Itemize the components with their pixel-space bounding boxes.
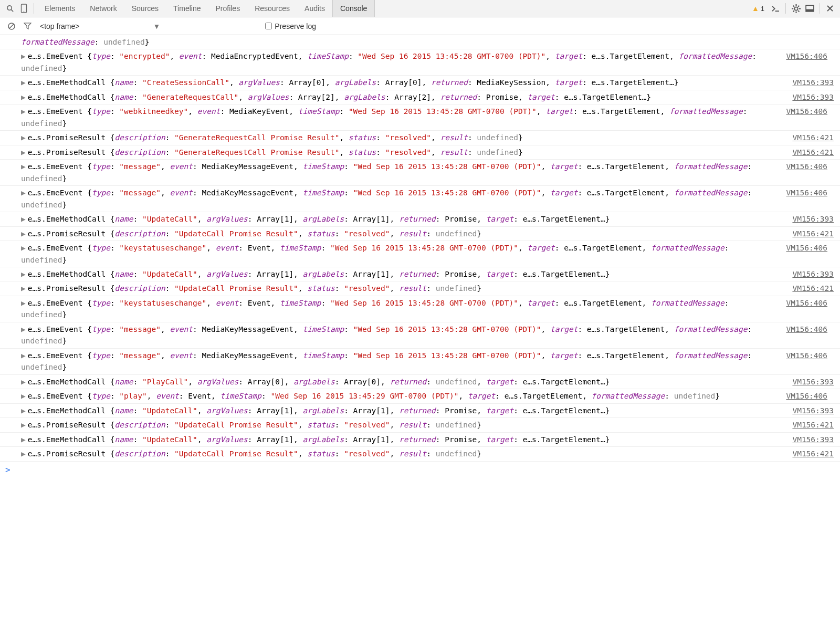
source-link[interactable]: VM156:406: [786, 50, 827, 62]
expand-icon[interactable]: ▶: [21, 351, 26, 360]
console-entry: VM156:393▶e…s.EmeMethodCall {name: "Crea…: [0, 76, 840, 90]
source-link[interactable]: VM156:421: [792, 283, 834, 294]
expand-icon[interactable]: ▶: [21, 93, 26, 101]
source-link[interactable]: VM156:406: [786, 323, 827, 335]
frame-selector[interactable]: <top frame> ▼: [40, 22, 160, 30]
console-message: ▶e…s.EmeEvent {type: "message", event: M…: [14, 350, 840, 373]
expand-icon[interactable]: ▶: [21, 133, 26, 142]
expand-icon[interactable]: ▶: [21, 162, 26, 171]
source-link[interactable]: VM156:421: [792, 419, 834, 431]
expand-icon[interactable]: ▶: [21, 78, 26, 87]
console-message: ▶e…s.EmeMethodCall {name: "UpdateCall", …: [14, 434, 840, 445]
expand-icon[interactable]: ▶: [21, 299, 26, 307]
clear-console-icon[interactable]: [5, 20, 18, 33]
console-entry: VM156:421▶e…s.PromiseResult {description…: [0, 418, 840, 432]
tab-elements[interactable]: Elements: [37, 0, 82, 17]
console-message: ▶e…s.EmeEvent {type: "keystatuseschange"…: [14, 297, 840, 321]
gear-icon[interactable]: [789, 0, 803, 17]
source-link[interactable]: VM156:393: [792, 213, 834, 225]
source-link[interactable]: VM156:393: [792, 434, 834, 445]
expand-icon[interactable]: ▶: [21, 325, 26, 333]
console-entry: VM156:421▶e…s.PromiseResult {description…: [0, 227, 840, 241]
console-prompt[interactable]: >: [0, 462, 840, 479]
warning-icon: ▲: [752, 4, 759, 13]
source-link[interactable]: VM156:421: [792, 132, 834, 143]
source-link[interactable]: VM156:406: [786, 297, 827, 309]
tab-resources[interactable]: Resources: [247, 0, 297, 17]
console-entry: VM156:406▶e…s.EmeEvent {type: "message",…: [0, 322, 840, 349]
console-message: ▶e…s.EmeMethodCall {name: "PlayCall", ar…: [14, 376, 840, 388]
dock-icon[interactable]: [803, 0, 816, 17]
svg-line-19: [9, 24, 14, 28]
console-entry: VM156:393▶e…s.EmeMethodCall {name: "Upda…: [0, 267, 840, 281]
source-link[interactable]: VM156:406: [786, 242, 827, 254]
tab-audits[interactable]: Audits: [297, 0, 332, 17]
source-link[interactable]: VM156:406: [786, 161, 827, 172]
source-link[interactable]: VM156:406: [786, 350, 827, 361]
source-link[interactable]: VM156:421: [792, 147, 834, 158]
console-message: ▶e…s.EmeMethodCall {name: "UpdateCall", …: [14, 405, 840, 416]
expand-icon[interactable]: ▶: [21, 215, 26, 223]
expand-icon[interactable]: ▶: [21, 421, 26, 429]
source-link[interactable]: VM156:393: [792, 91, 834, 103]
source-link[interactable]: VM156:406: [786, 390, 827, 402]
expand-icon[interactable]: ▶: [21, 229, 26, 238]
tab-timeline[interactable]: Timeline: [166, 0, 208, 17]
svg-line-13: [798, 5, 799, 6]
expand-icon[interactable]: ▶: [21, 378, 26, 386]
console-entry: formattedMessage: undefined}: [0, 35, 840, 49]
source-link[interactable]: VM156:406: [786, 187, 827, 198]
source-link[interactable]: VM156:421: [792, 448, 834, 459]
tab-network[interactable]: Network: [82, 0, 124, 17]
console-message: ▶e…s.EmeEvent {type: "message", event: M…: [14, 161, 840, 184]
expand-icon[interactable]: ▶: [21, 450, 26, 458]
source-link[interactable]: VM156:421: [792, 228, 834, 239]
separator: [785, 3, 786, 14]
warning-badge[interactable]: ▲ 1: [752, 4, 764, 13]
devtools-topbar: ElementsNetworkSourcesTimelineProfilesRe…: [0, 0, 840, 17]
source-link[interactable]: VM156:406: [786, 106, 827, 117]
svg-line-11: [798, 11, 799, 12]
tab-console[interactable]: Console: [332, 0, 375, 17]
console-entry: VM156:421▶e…s.PromiseResult {description…: [0, 447, 840, 461]
device-icon[interactable]: [17, 0, 30, 17]
expand-icon[interactable]: ▶: [21, 392, 26, 400]
preserve-log-checkbox[interactable]: Preserve log: [265, 22, 316, 30]
expand-icon[interactable]: ▶: [21, 435, 26, 444]
svg-marker-20: [24, 23, 30, 29]
console-entry: VM156:393▶e…s.EmeMethodCall {name: "Upda…: [0, 433, 840, 447]
console-message: ▶e…s.EmeEvent {type: "webkitneedkey", ev…: [14, 106, 840, 129]
console-message: formattedMessage: undefined}: [14, 36, 840, 48]
expand-icon[interactable]: ▶: [21, 52, 26, 60]
console-entry: VM156:406▶e…s.EmeEvent {type: "keystatus…: [0, 296, 840, 322]
source-link[interactable]: VM156:393: [792, 77, 834, 88]
expand-icon[interactable]: ▶: [21, 244, 26, 252]
console-prompt-icon[interactable]: [769, 0, 782, 17]
expand-icon[interactable]: ▶: [21, 107, 26, 116]
filter-icon[interactable]: [21, 20, 34, 33]
chevron-down-icon: ▼: [153, 22, 161, 30]
console-entry: VM156:393▶e…s.EmeMethodCall {name: "Gene…: [0, 90, 840, 104]
console-entry: VM156:406▶e…s.EmeEvent {type: "webkitnee…: [0, 104, 840, 131]
console-message: ▶e…s.EmeMethodCall {name: "UpdateCall", …: [14, 268, 840, 280]
console-message: ▶e…s.EmeMethodCall {name: "GenerateReque…: [14, 91, 840, 103]
console-message: ▶e…s.EmeEvent {type: "message", event: M…: [14, 323, 840, 347]
svg-line-1: [11, 9, 13, 12]
tab-profiles[interactable]: Profiles: [208, 0, 247, 17]
preserve-log-input[interactable]: [265, 23, 272, 29]
console-entry: VM156:393▶e…s.EmeMethodCall {name: "Upda…: [0, 212, 840, 226]
console-log-area[interactable]: formattedMessage: undefined} VM156:406▶e…: [0, 35, 840, 478]
source-link[interactable]: VM156:393: [792, 405, 834, 416]
expand-icon[interactable]: ▶: [21, 189, 26, 197]
expand-icon[interactable]: ▶: [21, 270, 26, 278]
expand-icon[interactable]: ▶: [21, 406, 26, 415]
source-link[interactable]: VM156:393: [792, 376, 834, 388]
source-link[interactable]: VM156:393: [792, 268, 834, 280]
expand-icon[interactable]: ▶: [21, 148, 26, 156]
separator: [34, 3, 34, 14]
console-message: ▶e…s.EmeEvent {type: "play", event: Even…: [14, 390, 840, 402]
close-icon[interactable]: [823, 0, 837, 17]
expand-icon[interactable]: ▶: [21, 284, 26, 292]
tab-sources[interactable]: Sources: [124, 0, 166, 17]
search-icon[interactable]: [3, 0, 17, 17]
